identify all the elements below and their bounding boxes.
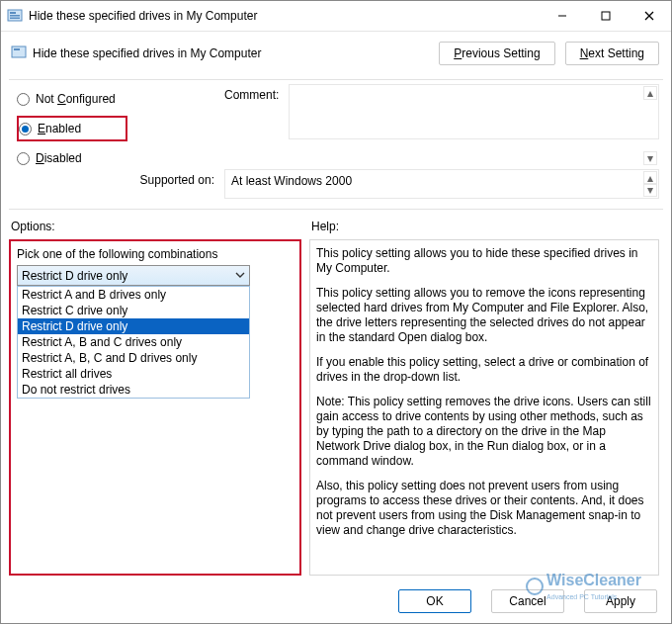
svg-rect-2 — [10, 15, 20, 17]
help-paragraph: This policy setting allows you to hide t… — [316, 246, 652, 276]
options-prompt: Pick one of the following combinations — [17, 247, 294, 261]
comment-label: Comment: — [224, 84, 279, 167]
svg-rect-9 — [14, 48, 20, 50]
svg-rect-8 — [12, 46, 26, 57]
help-paragraph: If you enable this policy setting, selec… — [316, 355, 652, 385]
dialog-button-bar: OK Cancel Apply — [1, 581, 671, 623]
radio-disabled[interactable]: Disabled — [17, 149, 214, 167]
supported-on-textbox: At least Windows 2000 — [224, 169, 659, 199]
previous-setting-button[interactable]: Previous Setting — [439, 42, 554, 65]
svg-rect-1 — [10, 12, 16, 14]
close-button[interactable] — [628, 1, 671, 31]
window-title: Hide these specified drives in My Comput… — [29, 9, 541, 23]
list-item[interactable]: Restrict D drive only — [18, 318, 249, 334]
combination-dropdown: Restrict A and B drives only Restrict C … — [17, 286, 250, 399]
apply-button[interactable]: Apply — [584, 589, 657, 613]
next-setting-button[interactable]: Next Setting — [565, 42, 659, 65]
policy-icon — [7, 8, 23, 24]
ok-button[interactable]: OK — [398, 589, 471, 613]
scroll-down-icon[interactable]: ▾ — [643, 183, 657, 197]
options-panel: Pick one of the following combinations R… — [9, 239, 301, 576]
help-paragraph: This policy setting allows you to remove… — [316, 286, 652, 345]
scroll-down-icon[interactable]: ▾ — [643, 151, 657, 165]
state-comment-row: Not Configured Enabled Disabled Comment:… — [1, 80, 671, 169]
list-item[interactable]: Restrict A and B drives only — [18, 287, 249, 303]
list-item[interactable]: Restrict C drive only — [18, 303, 249, 318]
policy-header: Hide these specified drives in My Comput… — [1, 32, 671, 79]
help-label: Help: — [309, 216, 659, 239]
help-paragraph: Also, this policy setting does not preve… — [316, 479, 652, 538]
radio-icon — [19, 123, 32, 135]
radio-icon — [17, 93, 30, 106]
svg-rect-3 — [10, 18, 20, 20]
combobox-value: Restrict D drive only — [22, 269, 127, 283]
radio-enabled[interactable]: Enabled — [19, 120, 106, 137]
policy-icon — [11, 45, 27, 63]
list-item[interactable]: Restrict all drives — [18, 366, 249, 382]
list-item[interactable]: Restrict A, B and C drives only — [18, 334, 249, 350]
minimize-button[interactable] — [541, 1, 584, 31]
svg-rect-5 — [602, 12, 610, 20]
supported-on-label: Supported on: — [17, 169, 214, 187]
chevron-down-icon — [234, 269, 246, 284]
comment-textbox[interactable] — [289, 84, 659, 139]
help-panel: This policy setting allows you to hide t… — [309, 239, 659, 576]
combination-combobox[interactable]: Restrict D drive only — [17, 265, 250, 286]
titlebar: Hide these specified drives in My Comput… — [1, 1, 671, 31]
scroll-up-icon[interactable]: ▴ — [643, 86, 657, 100]
options-label: Options: — [9, 216, 301, 239]
cancel-button[interactable]: Cancel — [491, 589, 564, 613]
gpo-editor-dialog: Hide these specified drives in My Comput… — [0, 0, 672, 624]
policy-title: Hide these specified drives in My Comput… — [33, 46, 261, 60]
list-item[interactable]: Do not restrict drives — [18, 382, 249, 398]
help-paragraph: Note: This policy setting removes the dr… — [316, 395, 652, 469]
maximize-button[interactable] — [584, 1, 628, 31]
list-item[interactable]: Restrict A, B, C and D drives only — [18, 350, 249, 366]
radio-icon — [17, 152, 30, 165]
radio-not-configured[interactable]: Not Configured — [17, 90, 214, 108]
